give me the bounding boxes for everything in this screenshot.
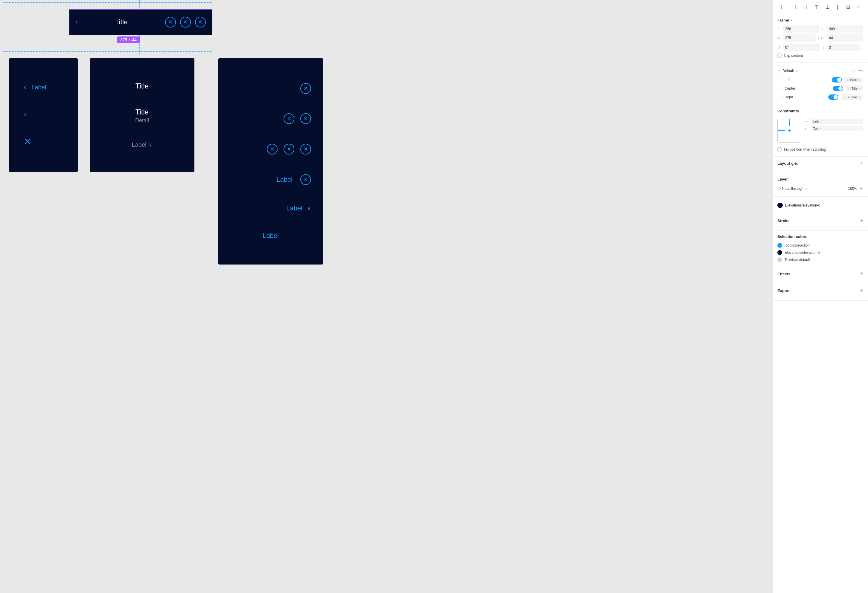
align-center-h-icon[interactable]: ⊣ xyxy=(791,3,797,11)
card3-label-x-text: Label xyxy=(276,176,292,184)
align-bottom-icon[interactable]: ‖ xyxy=(836,3,840,11)
color-name-1: Elevations/elevation-0 xyxy=(785,250,819,255)
x-input[interactable] xyxy=(783,25,819,32)
blend-mode-label: Pass through xyxy=(782,187,803,191)
constrain-proportions-icon[interactable]: ↕ xyxy=(818,35,819,40)
component-move-icon[interactable]: ⊕ xyxy=(852,68,856,73)
fill-label: Elevations/elevation-0 xyxy=(785,203,860,207)
component-label: ◇ Default ∨ xyxy=(777,68,798,73)
card-1[interactable]: ‹ Label ‹ ✕ xyxy=(9,58,78,172)
card2-label-text: Label xyxy=(132,141,146,148)
constraint-v-dropdown[interactable]: Top ∨ xyxy=(811,126,863,131)
export-add-icon[interactable]: + xyxy=(860,287,863,294)
component-actions: ⊕ ••• xyxy=(852,68,863,74)
card3-chevron-icon: ∨ xyxy=(307,205,311,212)
constraint-visual: + xyxy=(777,119,801,143)
selected-nav-frame[interactable]: ‹ Title ✕ ✕ ✕ xyxy=(69,9,213,35)
layout-grid-add-icon[interactable]: + xyxy=(860,160,863,166)
color-row-0: Icon/icon-action xyxy=(777,242,863,249)
left-toggle[interactable] xyxy=(832,77,842,82)
right-toggle[interactable] xyxy=(828,94,838,100)
card-3[interactable]: ✕ ✕ ✕ ✕ ✕ ✕ Label ✕ Label ∨ xyxy=(218,58,323,265)
align-right-icon[interactable]: ⊣ xyxy=(802,3,809,11)
fix-position-checkbox[interactable] xyxy=(777,147,782,152)
distribute-v-icon[interactable]: ≡ xyxy=(856,3,861,11)
center-dropdown-label: Title xyxy=(852,87,858,90)
x-field: X xyxy=(777,25,819,32)
sub-row-left: ↳ Left ◇ Back ∨ xyxy=(777,75,863,84)
card1-label-row: ‹ Label xyxy=(24,83,46,91)
w-field: W ↕ xyxy=(777,34,819,41)
constraint-h-value: Left xyxy=(813,119,819,123)
rotation-input[interactable] xyxy=(783,44,819,51)
right-dropdown[interactable]: ◇ 3-Icons ∨ xyxy=(841,94,863,100)
h-input[interactable] xyxy=(827,34,864,41)
card1-label: Label xyxy=(31,84,46,91)
color-name-2: Text/text-default xyxy=(785,258,810,262)
sub-left-controls: ◇ Back ∨ xyxy=(832,77,863,82)
sub-label-left: ↳ Left xyxy=(780,78,791,82)
card3-label-chev-row: Label ∨ xyxy=(224,205,317,212)
stroke-title: Stroke xyxy=(777,218,789,223)
left-dropdown-label: Back xyxy=(850,78,858,82)
card3-three-icons-row: ✕ ✕ ✕ xyxy=(224,144,317,155)
rotation-field: ↺ xyxy=(777,44,819,51)
card3-circle-x-2b: ✕ xyxy=(300,113,311,124)
right-dropdown-chev-icon: ∨ xyxy=(859,96,861,99)
chevron-left-icon: ‹ xyxy=(24,83,26,91)
constraint-h-dropdown[interactable]: Left ∨ xyxy=(811,119,863,124)
sub-row-center: ↳ Center ◇ Title ∨ xyxy=(777,84,863,93)
sub-right-label: Right xyxy=(785,95,793,99)
card-2[interactable]: Title Title Detail Label ∨ xyxy=(90,58,195,172)
y-field: Y xyxy=(821,25,864,32)
card1-x-row: ✕ xyxy=(24,136,31,147)
color-dot-2[interactable] xyxy=(777,258,782,262)
align-center-v-icon[interactable]: ⊥ xyxy=(824,3,831,11)
align-top-icon[interactable]: ⊤ xyxy=(813,3,820,11)
fill-section: Elevations/elevation-0 − xyxy=(773,197,868,214)
card3-label-x-row: Label ✕ xyxy=(224,174,317,185)
stroke-add-icon[interactable]: + xyxy=(860,218,863,224)
right-dropdown-diamond-icon: ◇ xyxy=(843,95,846,99)
fill-swatch[interactable] xyxy=(777,203,783,208)
distribute-h-icon[interactable]: ⊟ xyxy=(845,3,851,11)
component-more-icon[interactable]: ••• xyxy=(858,68,863,74)
panel-toolbar: ⊢ ⊣ ⊣ ⊤ ⊥ ‖ ⊟ ≡ xyxy=(773,0,868,14)
visibility-toggle-icon[interactable]: 👁 xyxy=(859,186,863,191)
left-dropdown[interactable]: ◇ Back ∨ xyxy=(844,77,863,82)
circle-x-icon-1: ✕ xyxy=(165,17,176,28)
sub-center-label: Center xyxy=(785,86,795,91)
card2-title-detail-detail: Detail xyxy=(135,118,149,124)
w-input[interactable] xyxy=(783,34,816,41)
blend-mode-chev-icon[interactable]: ∨ xyxy=(805,187,807,191)
fill-remove-icon[interactable]: − xyxy=(860,202,863,208)
color-dot-0[interactable] xyxy=(777,243,782,248)
h-field: H xyxy=(821,34,864,41)
frame-dropdown-arrow-icon[interactable]: ∨ xyxy=(790,19,792,22)
right-panel: ⊢ ⊣ ⊣ ⊤ ⊥ ‖ ⊟ ≡ Frame ∨ X Y W xyxy=(772,0,868,593)
effects-title: Effects xyxy=(777,272,790,276)
circle-x-icon-3: ✕ xyxy=(195,17,206,28)
card3-circle-x-3c: ✕ xyxy=(300,144,311,155)
frame-title: Title xyxy=(115,18,128,26)
layout-grid-title: Layout grid xyxy=(777,161,799,166)
cv-line-left xyxy=(778,130,785,131)
layer-opacity: 100% 👁 xyxy=(848,186,863,191)
constraint-fields: ↔ Left ∨ ↕ Top ∨ xyxy=(805,119,863,131)
center-dropdown[interactable]: ◇ Title ∨ xyxy=(846,85,863,91)
card3-two-icons-row: ✕ ✕ xyxy=(224,113,317,124)
color-dot-1[interactable] xyxy=(777,250,782,255)
layer-section: Layer Pass through ∨ 100% 👁 xyxy=(773,174,868,197)
corner-input[interactable] xyxy=(827,44,860,51)
center-toggle[interactable] xyxy=(833,86,843,91)
constraint-h-label-icon: ↔ xyxy=(805,119,809,123)
corner-options-icon[interactable]: ↕ xyxy=(861,45,863,50)
effects-add-icon[interactable]: + xyxy=(860,271,863,277)
component-dropdown-icon[interactable]: ∨ xyxy=(796,69,798,73)
stroke-section: Stroke + xyxy=(773,214,868,231)
align-left-icon[interactable]: ⊢ xyxy=(780,3,786,11)
constraint-v-chev-icon: ∨ xyxy=(820,127,822,130)
clip-content-checkbox[interactable] xyxy=(777,53,782,58)
y-input[interactable] xyxy=(827,25,864,32)
sub-center-controls: ◇ Title ∨ xyxy=(833,85,863,91)
